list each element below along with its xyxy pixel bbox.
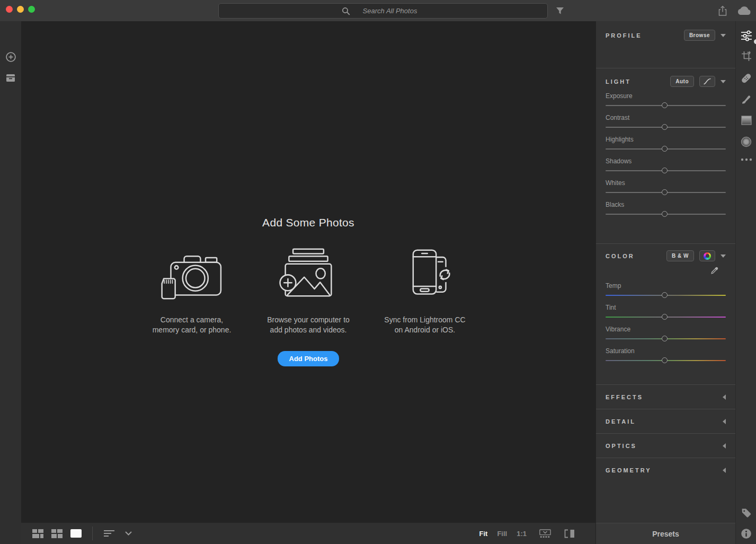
expand-options-button[interactable] (122, 528, 134, 539)
option-caption: Browse your computer to add photos and v… (263, 315, 354, 335)
left-rail (0, 21, 21, 544)
profile-section: PROFILE Browse (596, 21, 735, 68)
slider-track[interactable] (606, 102, 726, 109)
cloud-sync-button[interactable] (735, 0, 752, 21)
slider-exposure: Exposure (606, 92, 726, 109)
section-detail[interactable]: DETAIL (596, 409, 735, 434)
color-mix-button[interactable] (699, 250, 715, 261)
slider-saturation: Saturation (606, 347, 726, 364)
tool-rail (735, 21, 756, 544)
slider-knob[interactable] (662, 102, 668, 108)
section-optics[interactable]: OPTICS (596, 434, 735, 458)
close-window-button[interactable] (6, 6, 13, 13)
search-bar[interactable] (218, 3, 548, 19)
filter-button[interactable] (553, 0, 567, 21)
camera-icon (146, 243, 237, 301)
slider-knob[interactable] (662, 314, 668, 320)
zoom-fit-button[interactable]: Fit (479, 530, 488, 538)
color-collapse-icon[interactable] (721, 255, 726, 258)
linear-gradient-icon (741, 116, 752, 125)
edit-panel: PROFILE Browse LIGHT Auto (596, 21, 735, 523)
section-geometry[interactable]: GEOMETRY (596, 458, 735, 482)
slider-track[interactable] (606, 357, 726, 364)
add-photos-button[interactable]: Add Photos (278, 351, 340, 366)
ellipsis-icon (741, 158, 752, 161)
slider-knob[interactable] (662, 124, 668, 130)
radial-gradient-tool-button[interactable] (736, 133, 756, 150)
radial-gradient-icon (741, 136, 752, 147)
toolbar-divider (92, 527, 93, 540)
info-button[interactable] (736, 525, 756, 542)
plus-circle-icon (6, 52, 16, 62)
main-canvas: Add Some Photos (21, 21, 595, 523)
slider-track[interactable] (606, 335, 726, 343)
browse-photos-icon (263, 243, 354, 301)
slider-knob[interactable] (662, 189, 668, 195)
healing-brush-tool-button[interactable] (736, 69, 756, 86)
photo-box-icon (6, 74, 15, 82)
edit-sliders-icon (741, 30, 752, 41)
filter-icon (556, 7, 564, 15)
zoom-window-button[interactable] (28, 6, 35, 13)
slider-track[interactable] (606, 292, 726, 299)
slider-track[interactable] (606, 167, 726, 174)
zoom-fill-button[interactable]: Fill (497, 530, 507, 538)
slider-track[interactable] (606, 145, 726, 153)
crop-rotate-icon (741, 50, 752, 62)
slider-tint: Tint (606, 304, 726, 321)
zoom-one-to-one-button[interactable]: 1:1 (517, 530, 527, 538)
brush-tool-button[interactable] (736, 91, 756, 108)
slider-knob[interactable] (662, 357, 668, 363)
slider-whites: Whites (606, 179, 726, 196)
light-auto-button[interactable]: Auto (670, 76, 694, 87)
chevron-down-icon (125, 531, 132, 536)
sort-lines-icon (104, 530, 114, 537)
tone-curve-button[interactable] (699, 76, 715, 87)
geometry-expand-icon (723, 468, 726, 473)
search-input[interactable] (219, 4, 547, 18)
light-section: LIGHT Auto Exposure Contrast (596, 68, 735, 244)
welcome-panel: Add Some Photos (21, 216, 595, 366)
detail-view-button[interactable] (70, 528, 82, 539)
slider-knob[interactable] (662, 168, 668, 173)
photo-grid-view-button[interactable] (32, 528, 43, 539)
grid-square-icon (51, 529, 63, 538)
healing-bandage-icon (740, 72, 752, 84)
slider-knob[interactable] (662, 336, 668, 341)
color-title: COLOR (606, 253, 635, 259)
slider-vibrance: Vibrance (606, 326, 726, 343)
share-button[interactable] (716, 0, 729, 21)
slider-track[interactable] (606, 210, 726, 218)
keywords-button[interactable] (736, 504, 756, 521)
light-collapse-icon[interactable] (721, 80, 726, 83)
linear-gradient-tool-button[interactable] (736, 112, 756, 129)
curve-icon (703, 78, 711, 85)
more-tools-button[interactable] (736, 151, 756, 168)
white-balance-eyedropper[interactable] (710, 266, 719, 277)
slider-track[interactable] (606, 313, 726, 321)
profile-browse-button[interactable]: Browse (684, 30, 715, 41)
phone-sync-icon (379, 243, 470, 301)
minimize-window-button[interactable] (17, 6, 24, 13)
profile-collapse-icon[interactable] (721, 34, 726, 37)
crop-tool-button[interactable] (736, 48, 756, 65)
before-after-button[interactable] (564, 528, 575, 539)
slider-knob[interactable] (662, 146, 668, 152)
square-grid-view-button[interactable] (51, 528, 63, 539)
slider-contrast: Contrast (606, 114, 726, 131)
slider-track[interactable] (606, 189, 726, 196)
sort-button[interactable] (103, 528, 115, 539)
presets-button[interactable]: Presets (596, 523, 735, 544)
edit-tool-button[interactable] (736, 27, 756, 44)
section-effects[interactable]: EFFECTS (596, 385, 735, 409)
detail-expand-icon (723, 419, 726, 424)
filmstrip-toggle-button[interactable] (539, 528, 551, 539)
brush-icon (741, 94, 752, 105)
slider-track[interactable] (606, 124, 726, 131)
slider-knob[interactable] (662, 292, 668, 298)
effects-expand-icon (723, 394, 726, 400)
my-photos-rail-button[interactable] (0, 69, 21, 87)
black-and-white-button[interactable]: B & W (666, 250, 694, 261)
add-photos-rail-button[interactable] (0, 48, 21, 66)
slider-knob[interactable] (662, 211, 668, 217)
